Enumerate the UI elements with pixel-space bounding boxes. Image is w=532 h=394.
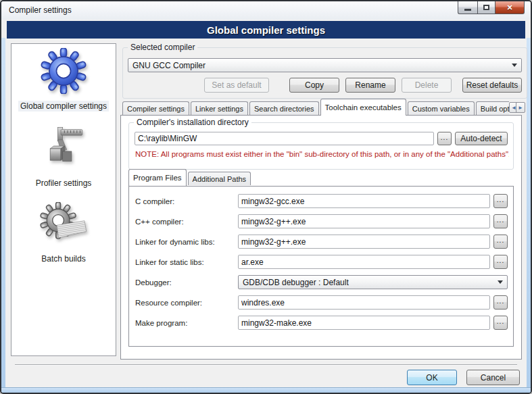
dynamic-linker-label: Linker for dynamic libs: [135, 238, 238, 246]
resource-compiler-label: Resource compiler: [135, 299, 238, 307]
installation-directory-group: Compiler's installation directory ... Au… [128, 122, 514, 170]
make-program-input[interactable] [238, 316, 490, 330]
compiler-settings-dialog: Compiler settings ✕ Global compiler sett… [0, 0, 532, 394]
resource-compiler-input[interactable] [238, 295, 490, 310]
c-compiler-label: C compiler: [135, 197, 238, 205]
c-compiler-row: C compiler: ... [135, 194, 508, 208]
close-icon: ✕ [506, 3, 512, 12]
reset-defaults-button[interactable]: Reset defaults [462, 78, 522, 93]
debugger-row: Debugger: GDB/CDB debugger : Default [135, 275, 508, 289]
dynamic-linker-row: Linker for dynamic libs: ... [135, 235, 508, 249]
caliper-icon [41, 126, 86, 171]
rename-button[interactable]: Rename [345, 78, 395, 93]
dynamic-linker-input[interactable] [238, 235, 490, 249]
settings-tabstrip: Compiler settings Linker settings Search… [122, 99, 509, 116]
footer-separator [15, 364, 517, 365]
ok-button[interactable]: OK [407, 370, 457, 385]
sidebar-item-profiler-settings[interactable]: Profiler settings [34, 126, 94, 189]
tab-custom-variables[interactable]: Custom variables [408, 101, 475, 115]
installation-note: NOTE: All programs must exist either in … [135, 150, 509, 158]
copy-button[interactable]: Copy [289, 78, 339, 93]
selected-compiler-legend: Selected compiler [128, 43, 197, 52]
cpp-compiler-input[interactable] [238, 214, 490, 228]
compiler-actions-row: Set as default Copy Rename Delete Reset … [128, 78, 522, 93]
static-linker-input[interactable] [238, 255, 490, 269]
window-frame-left [1, 38, 5, 393]
minimize-icon [464, 9, 471, 11]
installation-directory-row: ... Auto-detect [135, 132, 508, 145]
sidebar-item-label: Batch builds [39, 253, 87, 264]
static-linker-browse-button[interactable]: ... [493, 255, 508, 269]
toolchain-executables-panel: Compiler's installation directory ... Au… [120, 115, 522, 360]
c-compiler-browse-button[interactable]: ... [493, 194, 508, 208]
selected-compiler-dropdown[interactable]: GNU GCC Compiler [128, 58, 522, 72]
chevron-down-icon [512, 64, 517, 67]
resource-compiler-row: Resource compiler: ... [135, 295, 508, 310]
tab-build-options[interactable]: Build options [476, 101, 509, 115]
window-controls: ✕ [458, 1, 525, 14]
selected-compiler-value: GNU GCC Compiler [132, 61, 508, 70]
c-compiler-input[interactable] [238, 194, 490, 208]
selected-compiler-group: Selected compiler GNU GCC Compiler Set a… [122, 47, 527, 99]
resource-compiler-browse-button[interactable]: ... [493, 295, 508, 310]
sidebar-item-label: Profiler settings [34, 178, 94, 189]
minimize-button[interactable] [458, 1, 477, 14]
installation-directory-legend: Compiler's installation directory [134, 118, 251, 127]
tab-linker-settings[interactable]: Linker settings [191, 101, 248, 115]
browse-directory-button[interactable]: ... [437, 132, 452, 145]
cancel-button[interactable]: Cancel [466, 370, 520, 385]
sidebar-item-label: Global compiler settings [18, 101, 109, 112]
debugger-value: GDB/CDB debugger : Default [243, 278, 493, 287]
installation-directory-input[interactable] [135, 132, 434, 145]
set-as-default-button[interactable]: Set as default [204, 78, 269, 93]
make-program-row: Make program: ... [135, 316, 508, 330]
gray-gear-stack-icon [40, 202, 87, 247]
tab-toolchain-executables[interactable]: Toolchain executables [320, 99, 406, 116]
static-linker-row: Linker for static libs: ... [135, 255, 508, 269]
cpp-compiler-browse-button[interactable]: ... [493, 214, 508, 228]
chevron-down-icon [498, 280, 503, 284]
program-files-panel: C compiler: ... C++ compiler: ... Linker… [128, 186, 514, 347]
window-frame-bottom [1, 387, 531, 393]
sidebar-item-batch-builds[interactable]: Batch builds [39, 202, 87, 264]
auto-detect-button[interactable]: Auto-detect [455, 132, 508, 145]
sidebar-item-global-compiler-settings[interactable]: Global compiler settings [18, 48, 109, 112]
tab-scroll-right-button[interactable]: ► [516, 102, 525, 113]
cpp-compiler-row: C++ compiler: ... [135, 214, 508, 228]
static-linker-label: Linker for static libs: [135, 258, 238, 266]
close-button[interactable]: ✕ [495, 1, 525, 14]
window-title: Compiler settings [9, 5, 72, 15]
blue-gear-icon [41, 48, 87, 94]
debugger-dropdown[interactable]: GDB/CDB debugger : Default [238, 275, 508, 289]
debugger-label: Debugger: [135, 278, 238, 287]
subtab-program-files[interactable]: Program Files [128, 169, 187, 186]
arrow-right-icon: ► [518, 105, 523, 111]
delete-button[interactable]: Delete [402, 78, 452, 93]
settings-category-sidebar: Global compiler settings [11, 43, 116, 356]
dynamic-linker-browse-button[interactable]: ... [493, 235, 508, 249]
make-program-browse-button[interactable]: ... [493, 316, 508, 330]
tab-search-directories[interactable]: Search directories [249, 101, 319, 115]
maximize-button[interactable] [477, 1, 495, 14]
tab-compiler-settings[interactable]: Compiler settings [122, 101, 189, 115]
maximize-icon [483, 5, 489, 10]
dialog-header: Global compiler settings [7, 21, 525, 39]
make-program-label: Make program: [135, 319, 238, 327]
cpp-compiler-label: C++ compiler: [135, 218, 238, 226]
subtab-additional-paths[interactable]: Additional Paths [188, 172, 251, 185]
title-bar[interactable]: Compiler settings ✕ [1, 1, 531, 20]
program-files-subtabstrip: Program Files Additional Paths [128, 170, 252, 186]
page-title: Global compiler settings [207, 24, 325, 36]
